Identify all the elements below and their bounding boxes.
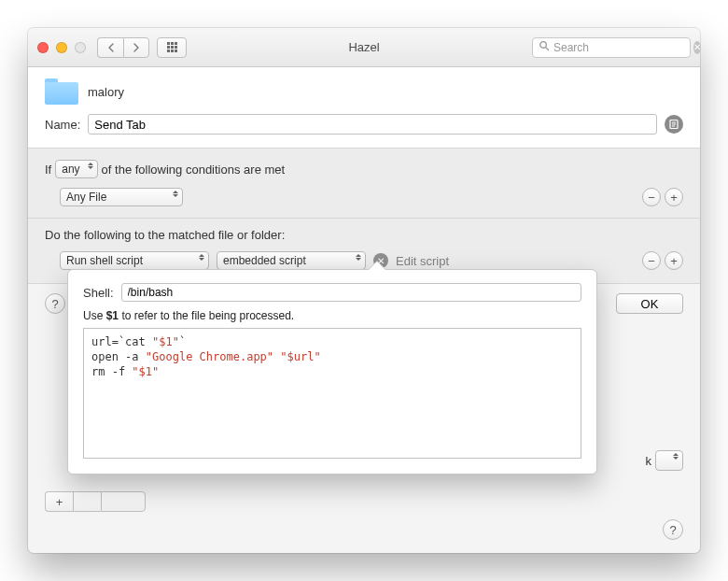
- folder-icon: [45, 78, 78, 105]
- edit-script-link[interactable]: Edit script: [396, 254, 449, 268]
- grid-icon: [167, 42, 177, 52]
- if-prefix: If: [45, 163, 51, 177]
- remove-action-button[interactable]: −: [642, 251, 661, 270]
- help-button-main[interactable]: ?: [663, 519, 683, 540]
- updown-icon: [173, 191, 178, 197]
- add-condition-button[interactable]: +: [665, 188, 683, 206]
- chevron-right-icon: [133, 43, 140, 52]
- updown-icon: [88, 163, 93, 169]
- show-all-button[interactable]: [157, 37, 187, 58]
- add-action-button[interactable]: +: [665, 251, 683, 270]
- condition-mode-value: any: [62, 163, 79, 176]
- condition-attribute-value: Any File: [66, 191, 106, 204]
- fragment-select[interactable]: [655, 450, 683, 471]
- close-window-icon[interactable]: [37, 42, 49, 53]
- name-label: Name:: [45, 118, 80, 132]
- action-verb-value: Run shell script: [66, 254, 143, 267]
- shell-row: Shell:: [83, 283, 581, 302]
- remove-condition-button[interactable]: −: [642, 188, 661, 206]
- condition-pm-group: − +: [642, 188, 683, 206]
- ok-button[interactable]: OK: [616, 293, 683, 314]
- action-verb-select[interactable]: Run shell script: [60, 251, 209, 270]
- search-input[interactable]: [553, 41, 693, 54]
- back-button[interactable]: [97, 37, 123, 58]
- script-source-value: embedded script: [223, 254, 306, 267]
- action-pm-group: − +: [642, 251, 683, 270]
- chevron-left-icon: [107, 43, 115, 52]
- if-suffix: of the following conditions are met: [102, 163, 286, 177]
- script-hint: Use $1 to refer to the file being proces…: [83, 309, 581, 322]
- help-button[interactable]: ?: [45, 293, 65, 314]
- updown-icon: [199, 254, 204, 261]
- extra-button[interactable]: [101, 491, 146, 512]
- shell-path-input[interactable]: [121, 283, 581, 302]
- search-icon: [539, 40, 550, 54]
- svg-line-1: [546, 48, 549, 50]
- clear-search-icon[interactable]: ✕: [693, 41, 701, 54]
- forward-button[interactable]: [123, 37, 149, 58]
- preview-button[interactable]: [665, 115, 683, 134]
- rule-header: malory Name:: [28, 67, 700, 149]
- titlebar: Hazel ✕: [28, 28, 700, 67]
- condition-attribute-select[interactable]: Any File: [60, 188, 183, 206]
- updown-icon: [673, 453, 679, 460]
- condition-row: Any File − +: [60, 188, 683, 206]
- zoom-window-icon[interactable]: [75, 42, 86, 53]
- preview-icon: [668, 119, 679, 130]
- conditions-section: If any of the following conditions are m…: [28, 149, 700, 219]
- remove-button[interactable]: [73, 491, 101, 512]
- condition-mode-line: If any of the following conditions are m…: [45, 160, 683, 178]
- folder-row: malory: [45, 78, 683, 105]
- nav-buttons: [97, 37, 149, 58]
- minimize-window-icon[interactable]: [56, 42, 67, 53]
- list-controls: +: [45, 491, 146, 512]
- condition-mode-select[interactable]: any: [55, 160, 97, 178]
- background-fragment: k: [646, 450, 684, 471]
- hazel-window: Hazel ✕ malory Name: If any: [28, 28, 700, 553]
- window-controls: [37, 42, 86, 53]
- add-button[interactable]: +: [45, 491, 73, 512]
- folder-name: malory: [88, 85, 124, 99]
- script-editor-popover: Shell: Use $1 to refer to the file being…: [67, 269, 597, 475]
- name-row: Name:: [45, 114, 683, 135]
- search-field[interactable]: ✕: [532, 37, 691, 58]
- rule-name-input[interactable]: [88, 114, 657, 135]
- script-editor[interactable]: url=`cat "$1"` open -a "Google Chrome.ap…: [83, 328, 581, 459]
- shell-label: Shell:: [83, 286, 114, 300]
- updown-icon: [356, 254, 361, 261]
- script-source-select[interactable]: embedded script: [217, 251, 366, 270]
- actions-label: Do the following to the matched file or …: [45, 228, 683, 242]
- fragment-label: k: [646, 454, 652, 468]
